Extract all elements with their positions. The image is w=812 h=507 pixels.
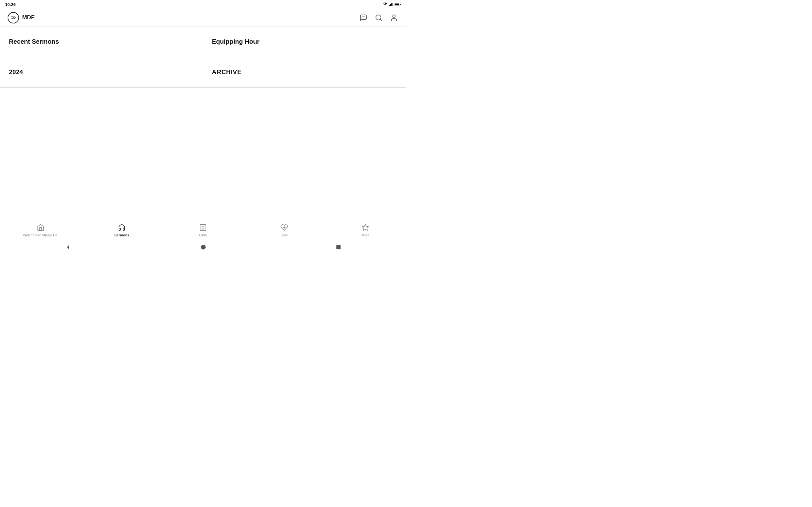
account-icon[interactable] xyxy=(390,13,398,22)
equipping-hour-cell[interactable]: Equipping Hour xyxy=(203,26,406,57)
nav-label-home: Welcome to Missio Dei xyxy=(23,233,58,237)
app-title: MDF xyxy=(22,14,35,21)
svg-marker-18 xyxy=(67,245,69,249)
bible-icon xyxy=(199,223,207,232)
battery-icon xyxy=(395,3,401,6)
year-2024-title: 2024 xyxy=(9,68,23,75)
nav-item-home[interactable]: Welcome to Missio Dei xyxy=(0,223,81,237)
recent-sermons-title: Recent Sermons xyxy=(9,38,59,45)
nav-item-bible[interactable]: Bible xyxy=(162,223,244,237)
recent-sermons-cell[interactable]: Recent Sermons xyxy=(0,26,203,57)
nav-item-more[interactable]: More xyxy=(325,223,406,237)
header-left: >> MDF xyxy=(8,12,35,23)
home-icon xyxy=(36,223,45,232)
svg-line-10 xyxy=(380,19,382,20)
sermons-icon xyxy=(117,223,126,232)
nav-label-bible: Bible xyxy=(199,233,207,237)
header-actions xyxy=(359,13,398,22)
archive-title: ARCHIVE xyxy=(212,68,242,75)
nav-item-sermons[interactable]: Sermons xyxy=(81,223,162,237)
chat-icon[interactable] xyxy=(359,13,368,22)
nav-item-give[interactable]: Give xyxy=(244,223,325,237)
svg-rect-20 xyxy=(337,245,341,249)
signal-icon xyxy=(389,3,393,6)
svg-rect-1 xyxy=(390,4,391,6)
nav-label-sermons: Sermons xyxy=(114,233,129,237)
equipping-hour-title: Equipping Hour xyxy=(212,38,259,45)
svg-point-11 xyxy=(393,15,395,17)
svg-rect-3 xyxy=(393,3,393,6)
give-icon xyxy=(280,223,289,232)
svg-rect-6 xyxy=(395,3,399,5)
header: >> MDF xyxy=(0,9,406,26)
svg-rect-2 xyxy=(392,3,392,6)
recents-button[interactable] xyxy=(336,245,341,250)
logo-chevrons: >> xyxy=(11,15,15,20)
svg-rect-12 xyxy=(200,224,206,231)
home-button[interactable] xyxy=(200,244,206,250)
content-grid: Recent Sermons Equipping Hour 2024 ARCHI… xyxy=(0,26,406,88)
system-nav xyxy=(0,241,406,253)
nav-label-more: More xyxy=(361,233,369,237)
search-icon[interactable] xyxy=(374,13,383,22)
svg-point-19 xyxy=(201,245,206,250)
back-button[interactable] xyxy=(65,244,71,250)
bottom-nav: Welcome to Missio Dei Sermons Bible xyxy=(0,219,406,241)
archive-cell[interactable]: ARCHIVE xyxy=(203,57,406,88)
year-2024-cell[interactable]: 2024 xyxy=(0,57,203,88)
logo-icon: >> xyxy=(8,12,19,23)
svg-marker-17 xyxy=(362,224,368,230)
wifi-icon xyxy=(383,3,388,6)
status-icons xyxy=(383,3,401,6)
more-icon xyxy=(361,223,370,232)
status-time: 10:26 xyxy=(5,2,15,7)
svg-rect-5 xyxy=(400,4,401,5)
svg-rect-0 xyxy=(389,5,390,6)
status-bar: 10:26 xyxy=(0,0,406,9)
nav-label-give: Give xyxy=(281,233,288,237)
